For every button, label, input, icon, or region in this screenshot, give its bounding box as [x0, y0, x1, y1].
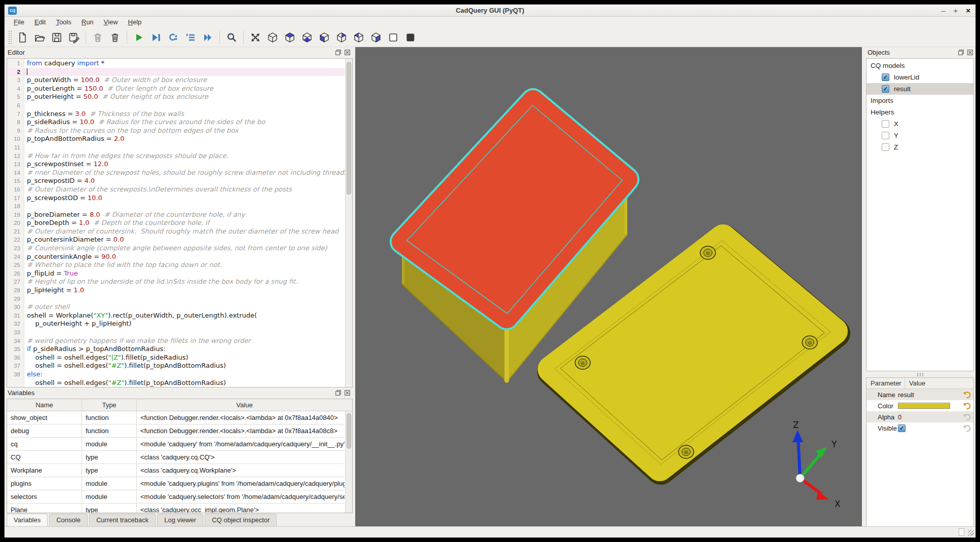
tab[interactable]: Log viewer	[157, 514, 203, 527]
magnifier-button[interactable]	[223, 29, 240, 46]
line-number: 17	[7, 194, 24, 203]
visible-checkbox[interactable]	[898, 424, 906, 432]
editor-scrollbar-thumb[interactable]	[347, 62, 351, 195]
status-bar	[5, 526, 975, 537]
debug-button[interactable]	[148, 29, 164, 46]
menu-item[interactable]: View	[99, 17, 123, 27]
variable-row[interactable]: cq module <module 'cadquery' from '/home…	[7, 438, 345, 451]
close-panel-icon[interactable]	[967, 49, 973, 56]
code-line: oshell = oshell.edges("#Z").fillet(p_top…	[7, 379, 345, 388]
delete-button[interactable]	[90, 29, 106, 46]
visibility-checkbox[interactable]	[882, 73, 889, 81]
column-header-type[interactable]: Type	[82, 399, 137, 411]
left-view-button[interactable]	[351, 29, 367, 46]
tab[interactable]: Variables	[7, 514, 48, 527]
tree-item[interactable]: Z	[866, 141, 973, 153]
splitter-objects-parameters[interactable]	[864, 371, 975, 377]
editor-scrollbar[interactable]	[345, 59, 352, 387]
save-button[interactable]	[49, 29, 65, 46]
bottom-view-button[interactable]	[299, 29, 315, 46]
column-header-value[interactable]: Value	[905, 378, 925, 389]
variable-row[interactable]: Plane type <class 'cadquery.occ_impl.geo…	[7, 504, 345, 513]
tab[interactable]: Console	[49, 514, 88, 527]
right-view-button[interactable]	[368, 29, 384, 46]
close-button[interactable]: ×	[966, 5, 970, 17]
tree-item[interactable]: Y	[866, 130, 973, 141]
tree-item[interactable]: Helpers	[866, 106, 973, 118]
menu-item[interactable]: Tools	[51, 17, 76, 27]
code-text: p_outerWidth = 100.0 # Outer width of bo…	[24, 76, 207, 85]
tree-item[interactable]: Imports	[866, 95, 973, 106]
visibility-checkbox[interactable]	[882, 132, 889, 139]
front-view-button[interactable]	[316, 29, 332, 46]
screw-hole	[700, 246, 715, 259]
tree-item[interactable]: CQ models	[866, 60, 973, 71]
render-button[interactable]	[131, 29, 147, 46]
undo-icon[interactable]	[962, 423, 971, 433]
continue-button[interactable]	[200, 29, 216, 46]
visibility-checkbox[interactable]	[882, 85, 889, 93]
code-text: # nner Diameter of the screwpost holes, …	[24, 169, 347, 177]
tree-item-label: result	[894, 85, 911, 93]
code-text: # Countersink angle (complete angle betw…	[24, 244, 327, 253]
line-number: 30	[7, 303, 24, 312]
tree-item[interactable]: lowerLid	[866, 71, 973, 83]
undo-icon[interactable]	[962, 412, 971, 421]
save-as-button[interactable]	[66, 29, 82, 46]
maximize-button[interactable]: +	[953, 5, 958, 17]
delete-all-button[interactable]	[107, 29, 123, 46]
tree-item[interactable]: X	[866, 118, 973, 130]
variable-row[interactable]: CQ type <class 'cadquery.cq.CQ'>	[7, 451, 345, 464]
close-panel-icon[interactable]	[344, 390, 351, 396]
variable-row[interactable]: show_object function <function Debugger.…	[7, 411, 345, 424]
resize-grip[interactable]	[968, 530, 974, 536]
iso-view-button[interactable]	[265, 29, 281, 46]
menu-item[interactable]: Run	[77, 17, 99, 27]
undo-icon[interactable]	[962, 390, 971, 399]
column-header-value[interactable]: Value	[137, 399, 352, 411]
step-button[interactable]	[165, 29, 181, 46]
color-swatch[interactable]	[898, 403, 950, 409]
step-into-button[interactable]	[182, 29, 199, 46]
close-panel-icon[interactable]	[344, 49, 351, 56]
open-button[interactable]	[31, 29, 48, 46]
column-header-name[interactable]: Name	[7, 399, 82, 411]
visibility-checkbox[interactable]	[882, 120, 889, 128]
viewport-canvas[interactable]: Z Y X	[355, 47, 862, 527]
float-panel-icon[interactable]	[958, 49, 964, 56]
line-number	[7, 379, 24, 388]
shaded-view-button[interactable]	[402, 29, 419, 46]
variables-scrollbar-thumb[interactable]	[347, 413, 351, 449]
menu-item[interactable]: Edit	[29, 17, 51, 27]
tree-item[interactable]: result	[866, 83, 973, 95]
menu-item[interactable]: File	[9, 17, 29, 27]
code-editor[interactable]: 1 from cadquery import * 2 3 p_outerWidt…	[7, 58, 353, 388]
line-number: 5	[7, 93, 24, 101]
variables-scrollbar[interactable]	[345, 411, 352, 513]
float-panel-icon[interactable]	[335, 390, 342, 396]
tab[interactable]: CQ object inspector	[205, 514, 277, 527]
fit-view-button[interactable]	[247, 29, 263, 46]
visibility-checkbox[interactable]	[882, 143, 889, 151]
variable-row[interactable]: Workplane type <class 'cadquery.cq.Workp…	[7, 464, 345, 477]
top-view-button[interactable]	[282, 29, 298, 46]
menu-item[interactable]: Help	[123, 17, 147, 27]
back-view-button[interactable]	[333, 29, 350, 46]
column-header-parameter[interactable]: Parameter	[866, 378, 905, 389]
minimize-button[interactable]: –	[941, 5, 945, 17]
toolbar-grip[interactable]	[9, 31, 12, 44]
float-panel-icon[interactable]	[335, 49, 342, 56]
undo-icon[interactable]	[962, 401, 971, 410]
wireframe-view-button[interactable]	[385, 29, 401, 46]
continue-icon	[202, 31, 214, 44]
variable-name: plugins	[7, 477, 82, 490]
new-file-button[interactable]	[14, 29, 30, 46]
tab[interactable]: Current traceback	[89, 514, 156, 527]
variable-row[interactable]: plugins module <module 'cadquery.plugins…	[7, 477, 345, 490]
variable-row[interactable]: debug function <function Debugger.render…	[7, 424, 345, 438]
variable-row[interactable]: selectors module <module 'cadquery.selec…	[7, 490, 345, 504]
viewport[interactable]: Z Y X	[355, 47, 862, 527]
code-text: oshell = oshell.edges("|Z").fillet(p_sid…	[24, 354, 189, 362]
code-line: 10 p_topAndBottomRadius = 2.0	[7, 135, 345, 143]
fit-view-icon	[249, 31, 261, 44]
